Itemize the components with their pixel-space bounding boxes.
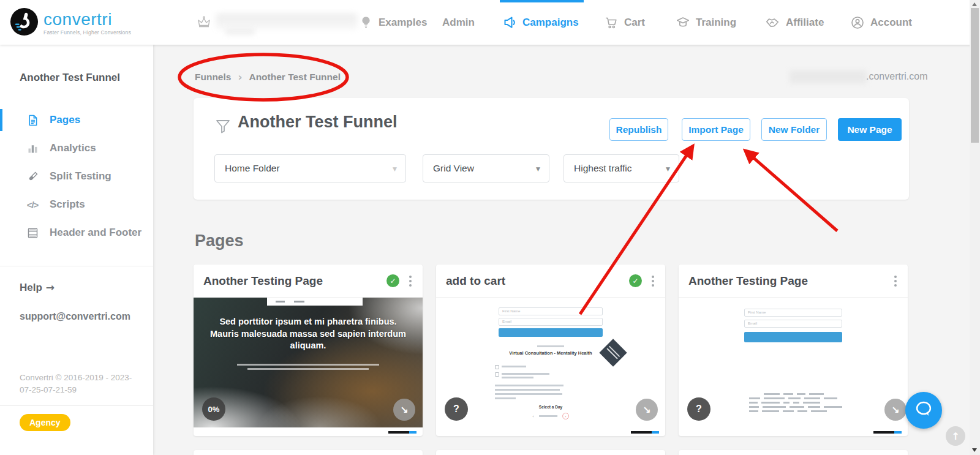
page-card-partial xyxy=(436,450,665,455)
sidebar-help-link[interactable]: Help→ xyxy=(20,281,55,294)
funnel-header-panel: Another Test Funnel Republish Import Pag… xyxy=(194,98,909,200)
sidebar-item-scripts-label: Scripts xyxy=(50,198,85,211)
sort-select[interactable]: Highest traffic ▼ xyxy=(564,154,679,182)
page-card-partial xyxy=(679,450,908,455)
expand-preview-button[interactable]: ↘ xyxy=(636,399,658,421)
convertri-logo-icon xyxy=(10,7,39,39)
top-navbar: convertri Faster Funnels, Higher Convers… xyxy=(0,0,980,45)
chat-widget-button[interactable] xyxy=(905,392,942,429)
help-badge[interactable]: ? xyxy=(687,397,710,421)
convertri-logo[interactable]: convertri Faster Funnels, Higher Convers… xyxy=(10,7,131,39)
sidebar-item-analytics-label: Analytics xyxy=(50,142,96,154)
page-card: add to cart ✓ First Name Email Virtual C… xyxy=(436,265,665,436)
chevron-down-icon: ▼ xyxy=(536,166,540,172)
chevron-right-icon: › xyxy=(562,413,569,419)
graduation-cap-icon xyxy=(676,15,690,30)
thumb-select-day-label: Select a Day xyxy=(436,405,665,409)
sidebar-item-split-testing[interactable]: Split Testing xyxy=(0,162,153,190)
nav-cart[interactable]: Cart xyxy=(604,0,645,45)
scrollbar-down-arrow[interactable] xyxy=(972,448,977,452)
folder-select[interactable]: Home Folder ▼ xyxy=(214,154,406,182)
chevron-down-icon: ▼ xyxy=(666,166,670,172)
page-icon xyxy=(26,113,39,127)
layout-icon xyxy=(26,226,39,239)
plan-badge[interactable]: Agency xyxy=(20,414,70,431)
page-card-title: Another Testing Page xyxy=(203,274,386,288)
page-card-header: Another Testing Page ✓ xyxy=(194,265,423,298)
thumb-text-line xyxy=(502,366,526,367)
page-card-header: add to cart ✓ xyxy=(436,265,665,298)
page-thumbnail[interactable]: First Name Email Virtual Consultation - … xyxy=(436,298,665,427)
sidebar-item-analytics[interactable]: Analytics xyxy=(0,134,153,162)
nav-examples[interactable]: Examples xyxy=(359,0,427,45)
thumb-text-line xyxy=(495,385,564,386)
arrow-right-icon: → xyxy=(46,281,55,293)
card-menu-button[interactable] xyxy=(408,273,413,289)
scrollbar-up-arrow[interactable] xyxy=(972,2,977,6)
support-email[interactable]: support@convertri.com xyxy=(20,311,130,322)
page-card: Another Testing Page ✓ Sed porttitor ips… xyxy=(194,265,423,436)
sidebar-divider xyxy=(0,266,153,266)
thumb-firstname-field: First Name xyxy=(499,307,603,315)
nav-admin[interactable]: Admin xyxy=(442,0,475,45)
card-menu-button[interactable] xyxy=(893,273,898,289)
expand-preview-button[interactable]: ↘ xyxy=(393,399,415,421)
lightbulb-icon xyxy=(359,15,373,29)
funnel-filter-icon xyxy=(214,118,232,135)
thumb-email-field: Email xyxy=(744,320,842,328)
nav-examples-label: Examples xyxy=(379,17,427,29)
new-folder-button[interactable]: New Folder xyxy=(761,118,827,141)
sidebar-item-header-footer[interactable]: Header and Footer xyxy=(0,219,153,247)
help-label: Help xyxy=(20,282,42,293)
nav-training[interactable]: Training xyxy=(676,0,736,45)
breadcrumb: Funnels › Another Test Funnel xyxy=(195,71,341,83)
folder-select-value: Home Folder xyxy=(225,163,280,174)
cart-icon xyxy=(604,15,619,30)
chat-icon xyxy=(912,397,935,423)
view-select[interactable]: Grid View ▼ xyxy=(423,154,549,182)
funnel-domain[interactable]: .convertri.com xyxy=(866,71,927,82)
import-page-button[interactable]: Import Page xyxy=(682,118,750,141)
sidebar-funnel-title: Another Test Funnel xyxy=(20,72,120,84)
sidebar-item-split-testing-label: Split Testing xyxy=(50,170,111,182)
published-icon: ✓ xyxy=(386,274,399,287)
vertical-scrollbar[interactable] xyxy=(970,0,980,455)
card-menu-button[interactable] xyxy=(650,273,655,289)
sidebar-divider-bottom xyxy=(0,405,153,406)
thumb-nav-strip xyxy=(267,298,363,306)
traffic-percent-badge: 0% xyxy=(202,397,225,421)
page-thumbnail[interactable]: First Name Email ? ↘ xyxy=(679,298,908,427)
page-card-title: Another Testing Page xyxy=(688,274,893,288)
view-select-value: Grid View xyxy=(433,163,474,174)
sidebar-item-scripts[interactable]: </> Scripts xyxy=(0,190,153,219)
page-card-header: Another Testing Page xyxy=(679,265,908,298)
expand-preview-button[interactable]: ↘ xyxy=(884,399,907,421)
help-badge[interactable]: ? xyxy=(445,397,468,421)
sidebar-item-pages[interactable]: Pages xyxy=(0,106,153,134)
breadcrumb-funnels[interactable]: Funnels xyxy=(195,72,231,83)
logo-tagline: Faster Funnels, Higher Conversions xyxy=(43,30,131,36)
page-thumbnail[interactable]: Sed porttitor ipsum et mi pharetra finib… xyxy=(194,298,423,427)
scroll-to-top-button[interactable]: ↑ xyxy=(946,426,965,446)
nav-campaigns[interactable]: Campaigns xyxy=(502,0,579,45)
thumb-progress-bar xyxy=(631,431,659,434)
thumb-text-line xyxy=(247,368,369,370)
new-page-button[interactable]: New Page xyxy=(838,118,902,141)
page-card-title: add to cart xyxy=(446,274,629,288)
sidebar-menu: Pages Analytics xyxy=(0,106,153,247)
thumb-checkbox xyxy=(495,365,499,369)
published-icon: ✓ xyxy=(629,274,642,287)
nav-cart-label: Cart xyxy=(624,17,645,29)
thumb-heading: Sed porttitor ipsum et mi pharetra finib… xyxy=(208,316,408,352)
thumb-text-line xyxy=(495,397,516,399)
app: convertri Faster Funnels, Higher Convers… xyxy=(0,0,980,455)
thumb-submit-button xyxy=(744,332,842,342)
nav-campaigns-label: Campaigns xyxy=(522,17,579,29)
nav-affiliate[interactable]: Affiliate xyxy=(764,0,824,45)
thumb-text-line xyxy=(495,393,562,395)
thumb-submit-button xyxy=(499,328,603,337)
republish-button[interactable]: Republish xyxy=(609,118,668,141)
scrollbar-thumb[interactable] xyxy=(971,8,979,143)
thumb-text-line xyxy=(495,389,560,391)
nav-account[interactable]: Account xyxy=(850,0,912,45)
